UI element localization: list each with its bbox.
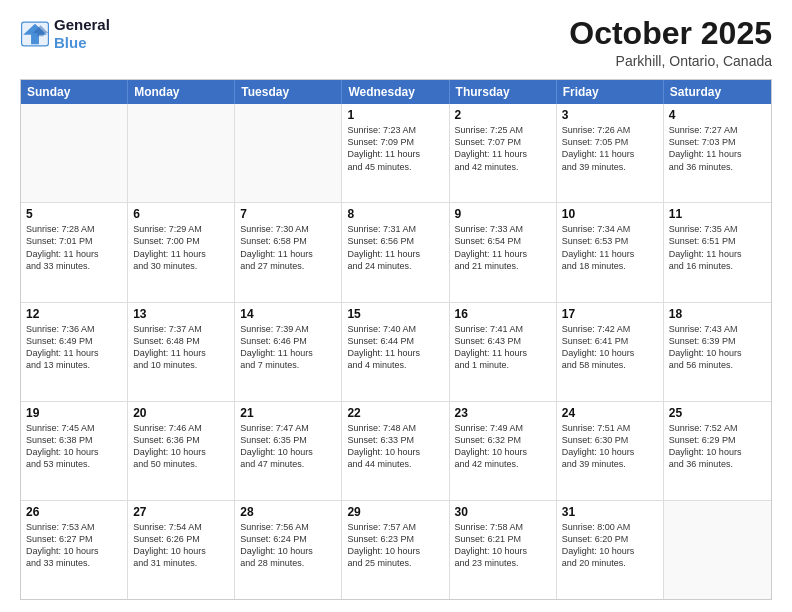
calendar-cell: 19Sunrise: 7:45 AMSunset: 6:38 PMDayligh… [21,402,128,500]
calendar-cell: 29Sunrise: 7:57 AMSunset: 6:23 PMDayligh… [342,501,449,599]
cell-text: Sunrise: 7:35 AMSunset: 6:51 PMDaylight:… [669,223,766,272]
calendar-cell: 3Sunrise: 7:26 AMSunset: 7:05 PMDaylight… [557,104,664,202]
page: General Blue October 2025 Parkhill, Onta… [0,0,792,612]
calendar-header: SundayMondayTuesdayWednesdayThursdayFrid… [21,80,771,104]
calendar-cell [128,104,235,202]
title-block: October 2025 Parkhill, Ontario, Canada [569,16,772,69]
day-number: 30 [455,505,551,519]
day-number: 1 [347,108,443,122]
cell-text: Sunrise: 7:37 AMSunset: 6:48 PMDaylight:… [133,323,229,372]
cell-text: Sunrise: 8:00 AMSunset: 6:20 PMDaylight:… [562,521,658,570]
calendar-cell [235,104,342,202]
calendar-cell: 27Sunrise: 7:54 AMSunset: 6:26 PMDayligh… [128,501,235,599]
logo-text: General Blue [54,16,110,52]
day-number: 11 [669,207,766,221]
header-cell-thursday: Thursday [450,80,557,104]
day-number: 25 [669,406,766,420]
calendar-cell: 20Sunrise: 7:46 AMSunset: 6:36 PMDayligh… [128,402,235,500]
cell-text: Sunrise: 7:47 AMSunset: 6:35 PMDaylight:… [240,422,336,471]
header-cell-saturday: Saturday [664,80,771,104]
day-number: 16 [455,307,551,321]
cell-text: Sunrise: 7:26 AMSunset: 7:05 PMDaylight:… [562,124,658,173]
calendar-row-3: 19Sunrise: 7:45 AMSunset: 6:38 PMDayligh… [21,401,771,500]
day-number: 28 [240,505,336,519]
day-number: 20 [133,406,229,420]
calendar-cell: 13Sunrise: 7:37 AMSunset: 6:48 PMDayligh… [128,303,235,401]
day-number: 22 [347,406,443,420]
day-number: 19 [26,406,122,420]
header-cell-monday: Monday [128,80,235,104]
cell-text: Sunrise: 7:30 AMSunset: 6:58 PMDaylight:… [240,223,336,272]
header: General Blue October 2025 Parkhill, Onta… [20,16,772,69]
day-number: 3 [562,108,658,122]
calendar-cell: 26Sunrise: 7:53 AMSunset: 6:27 PMDayligh… [21,501,128,599]
cell-text: Sunrise: 7:45 AMSunset: 6:38 PMDaylight:… [26,422,122,471]
day-number: 18 [669,307,766,321]
cell-text: Sunrise: 7:39 AMSunset: 6:46 PMDaylight:… [240,323,336,372]
calendar-cell: 17Sunrise: 7:42 AMSunset: 6:41 PMDayligh… [557,303,664,401]
calendar-cell: 23Sunrise: 7:49 AMSunset: 6:32 PMDayligh… [450,402,557,500]
calendar-cell: 31Sunrise: 8:00 AMSunset: 6:20 PMDayligh… [557,501,664,599]
day-number: 8 [347,207,443,221]
calendar-cell: 10Sunrise: 7:34 AMSunset: 6:53 PMDayligh… [557,203,664,301]
cell-text: Sunrise: 7:31 AMSunset: 6:56 PMDaylight:… [347,223,443,272]
cell-text: Sunrise: 7:48 AMSunset: 6:33 PMDaylight:… [347,422,443,471]
header-cell-friday: Friday [557,80,664,104]
calendar-cell: 1Sunrise: 7:23 AMSunset: 7:09 PMDaylight… [342,104,449,202]
day-number: 10 [562,207,658,221]
day-number: 12 [26,307,122,321]
cell-text: Sunrise: 7:34 AMSunset: 6:53 PMDaylight:… [562,223,658,272]
calendar-cell: 16Sunrise: 7:41 AMSunset: 6:43 PMDayligh… [450,303,557,401]
header-cell-wednesday: Wednesday [342,80,449,104]
calendar-cell: 9Sunrise: 7:33 AMSunset: 6:54 PMDaylight… [450,203,557,301]
cell-text: Sunrise: 7:51 AMSunset: 6:30 PMDaylight:… [562,422,658,471]
calendar-cell: 25Sunrise: 7:52 AMSunset: 6:29 PMDayligh… [664,402,771,500]
calendar-cell: 4Sunrise: 7:27 AMSunset: 7:03 PMDaylight… [664,104,771,202]
logo-icon [20,20,50,48]
cell-text: Sunrise: 7:46 AMSunset: 6:36 PMDaylight:… [133,422,229,471]
calendar-cell: 7Sunrise: 7:30 AMSunset: 6:58 PMDaylight… [235,203,342,301]
calendar-cell [664,501,771,599]
cell-text: Sunrise: 7:52 AMSunset: 6:29 PMDaylight:… [669,422,766,471]
cell-text: Sunrise: 7:58 AMSunset: 6:21 PMDaylight:… [455,521,551,570]
location: Parkhill, Ontario, Canada [569,53,772,69]
logo: General Blue [20,16,110,52]
cell-text: Sunrise: 7:25 AMSunset: 7:07 PMDaylight:… [455,124,551,173]
cell-text: Sunrise: 7:28 AMSunset: 7:01 PMDaylight:… [26,223,122,272]
day-number: 2 [455,108,551,122]
calendar-row-0: 1Sunrise: 7:23 AMSunset: 7:09 PMDaylight… [21,104,771,202]
day-number: 31 [562,505,658,519]
day-number: 21 [240,406,336,420]
day-number: 15 [347,307,443,321]
day-number: 23 [455,406,551,420]
header-cell-tuesday: Tuesday [235,80,342,104]
cell-text: Sunrise: 7:53 AMSunset: 6:27 PMDaylight:… [26,521,122,570]
calendar-cell: 24Sunrise: 7:51 AMSunset: 6:30 PMDayligh… [557,402,664,500]
day-number: 13 [133,307,229,321]
calendar-cell: 11Sunrise: 7:35 AMSunset: 6:51 PMDayligh… [664,203,771,301]
calendar-cell: 18Sunrise: 7:43 AMSunset: 6:39 PMDayligh… [664,303,771,401]
calendar-cell: 22Sunrise: 7:48 AMSunset: 6:33 PMDayligh… [342,402,449,500]
calendar-cell: 12Sunrise: 7:36 AMSunset: 6:49 PMDayligh… [21,303,128,401]
calendar-row-4: 26Sunrise: 7:53 AMSunset: 6:27 PMDayligh… [21,500,771,599]
cell-text: Sunrise: 7:56 AMSunset: 6:24 PMDaylight:… [240,521,336,570]
day-number: 9 [455,207,551,221]
calendar-cell: 2Sunrise: 7:25 AMSunset: 7:07 PMDaylight… [450,104,557,202]
cell-text: Sunrise: 7:40 AMSunset: 6:44 PMDaylight:… [347,323,443,372]
cell-text: Sunrise: 7:29 AMSunset: 7:00 PMDaylight:… [133,223,229,272]
day-number: 4 [669,108,766,122]
calendar-cell: 14Sunrise: 7:39 AMSunset: 6:46 PMDayligh… [235,303,342,401]
calendar-cell [21,104,128,202]
day-number: 14 [240,307,336,321]
calendar-cell: 30Sunrise: 7:58 AMSunset: 6:21 PMDayligh… [450,501,557,599]
cell-text: Sunrise: 7:49 AMSunset: 6:32 PMDaylight:… [455,422,551,471]
day-number: 17 [562,307,658,321]
day-number: 29 [347,505,443,519]
day-number: 24 [562,406,658,420]
cell-text: Sunrise: 7:27 AMSunset: 7:03 PMDaylight:… [669,124,766,173]
calendar-cell: 21Sunrise: 7:47 AMSunset: 6:35 PMDayligh… [235,402,342,500]
month-title: October 2025 [569,16,772,51]
day-number: 26 [26,505,122,519]
calendar-body: 1Sunrise: 7:23 AMSunset: 7:09 PMDaylight… [21,104,771,599]
cell-text: Sunrise: 7:23 AMSunset: 7:09 PMDaylight:… [347,124,443,173]
